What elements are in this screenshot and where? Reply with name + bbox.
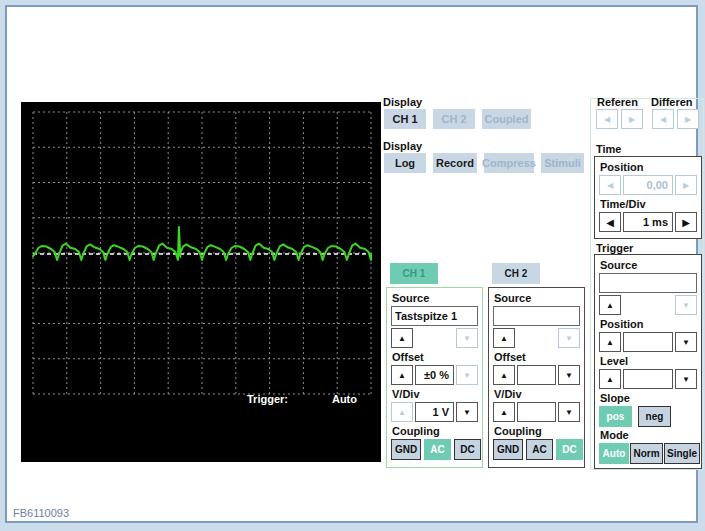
display-log-button[interactable]: Log	[384, 153, 426, 173]
up-arrow-icon: ▲	[606, 338, 614, 347]
ch2-coupling-gnd-button[interactable]: GND	[493, 439, 523, 460]
difference-label: Differen	[651, 96, 693, 108]
ch1-offset-down-button[interactable]: ▼	[456, 365, 478, 385]
up-arrow-icon: ▲	[606, 301, 614, 310]
trigger-position-label: Position	[600, 318, 697, 330]
trigger-label: Trigger	[596, 242, 633, 254]
trigger-mode-single-button[interactable]: Single	[664, 443, 700, 464]
down-arrow-icon: ▼	[463, 408, 471, 417]
trigger-panel: Source ▲ ▼ Position ▲ ▼ Level ▲ ▼ Slope …	[594, 254, 702, 469]
time-position-label: Position	[600, 161, 697, 173]
trigger-level-up-button[interactable]: ▲	[599, 369, 621, 389]
trigger-level-down-button[interactable]: ▼	[675, 369, 697, 389]
trigger-position-up-button[interactable]: ▲	[599, 332, 621, 352]
timediv-value: 1 ms	[623, 212, 673, 232]
difference-next-button[interactable]: ▶	[677, 109, 699, 129]
trigger-source-up-button[interactable]: ▲	[599, 295, 621, 315]
timediv-label: Time/Div	[600, 198, 697, 210]
tab-ch2[interactable]: CH 2	[492, 263, 540, 284]
ch1-source-up-button[interactable]: ▲	[391, 328, 413, 348]
app-frame: Trigger: Auto Display CH 1 CH 2 Coupled …	[5, 5, 698, 523]
trigger-level-label: Level	[600, 355, 697, 367]
time-label: Time	[596, 143, 621, 155]
reference-label: Referen	[597, 96, 638, 108]
ch2-coupling-dc-button[interactable]: DC	[556, 439, 583, 460]
right-arrow-icon: ▶	[682, 217, 690, 228]
ch2-vdiv-label: V/Div	[494, 388, 580, 400]
ch2-source-down-button[interactable]: ▼	[558, 328, 580, 348]
down-arrow-icon: ▼	[565, 334, 573, 343]
display-stimuli-button[interactable]: Stimuli	[541, 153, 584, 173]
scope-svg	[21, 102, 381, 462]
display-coupled-button[interactable]: Coupled	[482, 109, 531, 129]
trigger-source-down-button[interactable]: ▼	[675, 295, 697, 315]
ch2-offset-up-button[interactable]: ▲	[493, 365, 515, 385]
time-position-value: 0,00	[623, 175, 673, 195]
ch2-source-input[interactable]	[493, 306, 580, 326]
ch1-coupling-gnd-button[interactable]: GND	[391, 439, 421, 460]
ch1-coupling-dc-button[interactable]: DC	[454, 439, 481, 460]
ch1-vdiv-down-button[interactable]: ▼	[456, 402, 478, 422]
tab-ch1[interactable]: CH 1	[390, 263, 438, 284]
trigger-position-down-button[interactable]: ▼	[675, 332, 697, 352]
ch2-offset-down-button[interactable]: ▼	[558, 365, 580, 385]
trigger-slope-neg-button[interactable]: neg	[638, 406, 671, 427]
trigger-slope-pos-button[interactable]: pos	[599, 406, 632, 427]
ch2-vdiv-down-button[interactable]: ▼	[558, 402, 580, 422]
scope-status: Trigger: Auto	[247, 393, 357, 405]
ch1-source-input[interactable]	[391, 306, 478, 326]
display-record-button[interactable]: Record	[433, 153, 477, 173]
timediv-left-button[interactable]: ◀	[599, 212, 621, 232]
ch2-offset-label: Offset	[494, 351, 580, 363]
up-arrow-icon: ▲	[398, 408, 406, 417]
display-compress-button[interactable]: Compress	[484, 153, 534, 173]
ch2-vdiv-up-button[interactable]: ▲	[493, 402, 515, 422]
ch1-source-down-button[interactable]: ▼	[456, 328, 478, 348]
trigger-status-value: Auto	[332, 393, 357, 405]
trigger-mode-norm-button[interactable]: Norm	[630, 443, 663, 464]
ch2-offset-value	[517, 365, 556, 385]
down-arrow-icon: ▼	[463, 371, 471, 380]
reference-prev-button[interactable]: ◀	[596, 109, 618, 129]
left-arrow-icon: ◀	[606, 217, 614, 228]
trigger-mode-auto-button[interactable]: Auto	[599, 443, 629, 464]
ch2-source-up-button[interactable]: ▲	[493, 328, 515, 348]
difference-prev-button[interactable]: ◀	[652, 109, 674, 129]
ch2-panel: Source ▲ ▼ Offset ▲ ▼ V/Div ▲ ▼ Coupling…	[488, 287, 585, 468]
reference-next-button[interactable]: ▶	[621, 109, 643, 129]
trigger-slope-label: Slope	[600, 392, 697, 404]
ch1-offset-label: Offset	[392, 351, 478, 363]
ch1-coupling-ac-button[interactable]: AC	[424, 439, 451, 460]
time-position-right-button[interactable]: ▶	[675, 175, 697, 195]
display-ch2-button[interactable]: CH 2	[433, 109, 475, 129]
up-arrow-icon: ▲	[606, 375, 614, 384]
trigger-position-value	[623, 332, 673, 352]
right-arrow-icon: ▶	[683, 181, 689, 190]
time-position-left-button[interactable]: ◀	[599, 175, 621, 195]
down-arrow-icon: ▼	[682, 375, 690, 384]
down-arrow-icon: ▼	[682, 338, 690, 347]
trigger-level-value	[623, 369, 673, 389]
display-channels-label: Display	[383, 96, 422, 108]
ch1-offset-up-button[interactable]: ▲	[391, 365, 413, 385]
down-arrow-icon: ▼	[565, 408, 573, 417]
left-arrow-icon: ◀	[604, 115, 610, 124]
up-arrow-icon: ▲	[398, 334, 406, 343]
up-arrow-icon: ▲	[500, 334, 508, 343]
right-arrow-icon: ▶	[629, 115, 635, 124]
trigger-mode-label: Mode	[600, 429, 697, 441]
ch2-coupling-ac-button[interactable]: AC	[526, 439, 553, 460]
ch2-source-label: Source	[494, 292, 580, 304]
display-ch1-button[interactable]: CH 1	[384, 109, 426, 129]
trigger-source-input[interactable]	[599, 273, 697, 293]
up-arrow-icon: ▲	[500, 371, 508, 380]
ch1-source-label: Source	[392, 292, 478, 304]
ch1-vdiv-up-button[interactable]: ▲	[391, 402, 413, 422]
down-arrow-icon: ▼	[682, 301, 690, 310]
ch1-vdiv-value: 1 V	[415, 402, 454, 422]
timediv-right-button[interactable]: ▶	[675, 212, 697, 232]
scope-screen: Trigger: Auto	[21, 102, 381, 462]
left-arrow-icon: ◀	[660, 115, 666, 124]
time-panel: Position ◀ 0,00 ▶ Time/Div ◀ 1 ms ▶	[594, 156, 702, 239]
ch1-vdiv-label: V/Div	[392, 388, 478, 400]
